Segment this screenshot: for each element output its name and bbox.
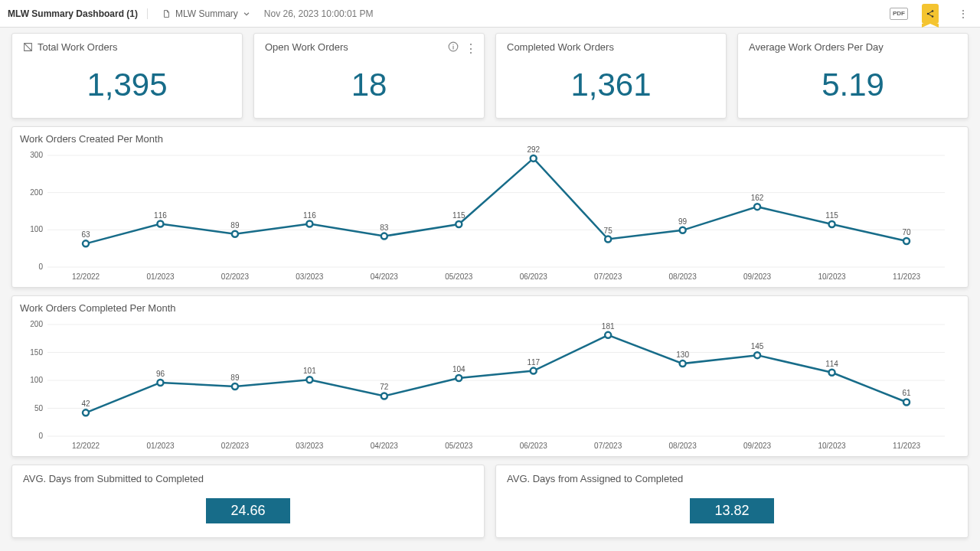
kpi-menu-button[interactable]: ⋮ bbox=[465, 41, 476, 56]
line-chart: 0100200300631168911683115292759916211570… bbox=[20, 146, 960, 284]
svg-text:181: 181 bbox=[602, 322, 615, 331]
svg-point-72 bbox=[531, 368, 537, 374]
svg-point-16 bbox=[157, 221, 163, 227]
line-chart: 0501001502004296891017210411718113014511… bbox=[20, 315, 960, 453]
svg-text:101: 101 bbox=[303, 367, 316, 375]
svg-point-60 bbox=[83, 409, 89, 416]
svg-text:42: 42 bbox=[81, 399, 90, 408]
svg-text:200: 200 bbox=[30, 188, 43, 197]
metric-assigned-to-completed: AVG. Days from Assigned to Completed 13.… bbox=[495, 465, 969, 538]
svg-text:83: 83 bbox=[380, 223, 389, 232]
svg-text:89: 89 bbox=[230, 373, 240, 382]
svg-point-32 bbox=[754, 204, 760, 210]
share-button[interactable] bbox=[922, 4, 939, 24]
info-icon[interactable] bbox=[448, 41, 459, 52]
svg-text:114: 114 bbox=[825, 360, 838, 368]
svg-point-74 bbox=[605, 332, 611, 338]
svg-point-70 bbox=[456, 375, 462, 381]
svg-text:0: 0 bbox=[38, 432, 43, 440]
export-pdf-button[interactable]: PDF bbox=[890, 8, 908, 20]
chart-created-per-month: Work Orders Created Per Month 0100200300… bbox=[11, 126, 969, 288]
svg-text:150: 150 bbox=[30, 348, 43, 357]
svg-point-36 bbox=[903, 238, 910, 244]
svg-point-80 bbox=[829, 370, 835, 376]
document-icon bbox=[162, 9, 171, 18]
svg-text:12/2022: 12/2022 bbox=[72, 272, 100, 281]
svg-text:01/2023: 01/2023 bbox=[146, 442, 175, 450]
metric-label: AVG. Days from Assigned to Completed bbox=[507, 473, 957, 484]
kpi-row: Total Work Orders 1,395 Open Work Orders… bbox=[11, 33, 969, 119]
share-icon bbox=[926, 9, 935, 18]
dashboard-title: MLW Summary Dashboard (1) bbox=[8, 8, 148, 19]
svg-text:08/2023: 08/2023 bbox=[669, 272, 697, 281]
svg-text:104: 104 bbox=[452, 365, 466, 373]
view-selector[interactable]: MLW Summary bbox=[162, 8, 250, 19]
svg-text:115: 115 bbox=[825, 211, 838, 220]
chart-title: Work Orders Created Per Month bbox=[20, 133, 960, 145]
svg-text:100: 100 bbox=[30, 376, 43, 384]
svg-point-62 bbox=[157, 380, 163, 386]
metric-value: 24.66 bbox=[206, 498, 290, 523]
svg-text:70: 70 bbox=[902, 228, 911, 236]
svg-point-28 bbox=[605, 236, 611, 243]
svg-point-78 bbox=[754, 352, 760, 358]
svg-text:99: 99 bbox=[678, 217, 688, 226]
kpi-total-work-orders: Total Work Orders 1,395 bbox=[11, 33, 243, 119]
more-menu-button[interactable]: ⋮ bbox=[952, 4, 972, 24]
svg-text:05/2023: 05/2023 bbox=[445, 442, 473, 450]
view-selector-label: MLW Summary bbox=[175, 8, 238, 19]
svg-text:03/2023: 03/2023 bbox=[296, 272, 324, 281]
kpi-value: 1,395 bbox=[23, 67, 231, 103]
header-bar: MLW Summary Dashboard (1) MLW Summary No… bbox=[0, 0, 980, 28]
chart-completed-per-month: Work Orders Completed Per Month 05010015… bbox=[11, 295, 969, 457]
svg-text:292: 292 bbox=[527, 146, 540, 154]
svg-text:06/2023: 06/2023 bbox=[520, 442, 548, 450]
chevron-down-icon bbox=[243, 10, 250, 18]
kpi-completed-work-orders: Completed Work Orders 1,361 bbox=[495, 33, 727, 119]
kpi-label: Total Work Orders bbox=[38, 41, 118, 53]
metric-value: 13.82 bbox=[690, 498, 774, 523]
svg-text:04/2023: 04/2023 bbox=[371, 272, 399, 281]
svg-point-66 bbox=[306, 377, 312, 383]
svg-text:09/2023: 09/2023 bbox=[743, 442, 772, 450]
svg-point-68 bbox=[381, 393, 387, 399]
svg-text:04/2023: 04/2023 bbox=[371, 442, 399, 450]
svg-text:75: 75 bbox=[604, 227, 613, 235]
metric-row: AVG. Days from Submitted to Completed 24… bbox=[11, 465, 969, 538]
svg-text:130: 130 bbox=[676, 350, 689, 359]
svg-text:06/2023: 06/2023 bbox=[520, 272, 548, 281]
chart-title: Work Orders Completed Per Month bbox=[20, 302, 960, 314]
kpi-value: 5.19 bbox=[749, 67, 957, 103]
svg-point-20 bbox=[306, 221, 312, 227]
svg-text:300: 300 bbox=[30, 151, 43, 159]
svg-text:08/2023: 08/2023 bbox=[669, 442, 697, 450]
svg-text:07/2023: 07/2023 bbox=[594, 272, 622, 281]
svg-point-4 bbox=[452, 44, 453, 44]
svg-text:72: 72 bbox=[380, 383, 389, 391]
svg-text:116: 116 bbox=[303, 211, 316, 220]
svg-point-30 bbox=[680, 227, 686, 233]
svg-text:61: 61 bbox=[902, 389, 911, 397]
svg-text:01/2023: 01/2023 bbox=[146, 272, 175, 281]
svg-point-76 bbox=[680, 360, 686, 367]
kpi-value: 18 bbox=[265, 67, 473, 103]
svg-point-22 bbox=[381, 233, 387, 240]
svg-point-14 bbox=[83, 240, 89, 246]
svg-text:02/2023: 02/2023 bbox=[221, 272, 250, 281]
svg-text:89: 89 bbox=[230, 221, 240, 230]
dashboard-body: Total Work Orders 1,395 Open Work Orders… bbox=[0, 28, 980, 543]
svg-text:116: 116 bbox=[154, 211, 167, 220]
svg-text:11/2023: 11/2023 bbox=[893, 272, 921, 281]
kpi-label: Open Work Orders bbox=[265, 41, 348, 53]
metric-label: AVG. Days from Submitted to Completed bbox=[23, 473, 473, 484]
svg-text:07/2023: 07/2023 bbox=[594, 442, 622, 450]
kpi-avg-per-day: Average Work Orders Per Day 5.19 bbox=[737, 33, 969, 119]
svg-rect-5 bbox=[452, 46, 453, 50]
svg-text:96: 96 bbox=[156, 370, 165, 378]
kpi-value: 1,361 bbox=[507, 67, 715, 103]
svg-text:05/2023: 05/2023 bbox=[445, 272, 473, 281]
svg-text:11/2023: 11/2023 bbox=[893, 442, 921, 450]
metric-submitted-to-completed: AVG. Days from Submitted to Completed 24… bbox=[11, 465, 485, 538]
svg-text:200: 200 bbox=[30, 320, 43, 328]
kpi-label: Average Work Orders Per Day bbox=[749, 41, 884, 53]
